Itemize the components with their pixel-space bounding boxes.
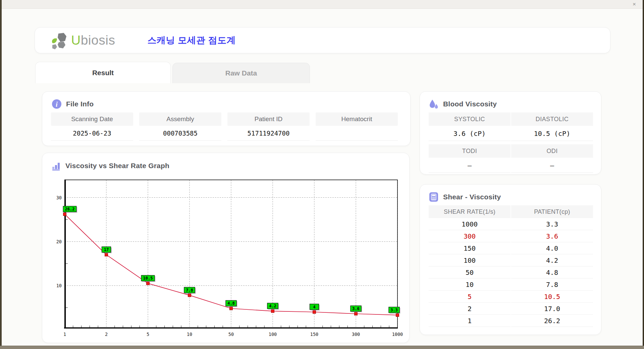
shear-table-header: PATIENT(cp)	[511, 205, 593, 218]
patient-viscosity-cell: 3.3	[511, 218, 593, 230]
file-info-fields: Scanning Date2025-06-23Assembly000703585…	[51, 112, 398, 141]
svg-text:4.2: 4.2	[269, 304, 276, 308]
shear-table-header: SHEAR RATE(1/s)	[429, 205, 511, 218]
blood-viscosity-card: Blood Viscosity SYSTOLICDIASTOLIC3.6 (cP…	[420, 91, 601, 174]
app-logo: Ubiosis	[50, 31, 115, 50]
field-label: Assembly	[139, 112, 221, 126]
file-info-field: Assembly000703585	[139, 112, 221, 141]
field-label: Patient ID	[227, 112, 310, 126]
patient-viscosity-cell: 4.8	[511, 266, 593, 279]
patient-viscosity-cell: 3.6	[511, 230, 593, 242]
blood-header-cell: TODI	[429, 144, 511, 158]
shear-viscosity-table: SHEAR RATE(1/s)PATIENT(cp)10003.33003.61…	[429, 205, 593, 327]
field-value	[316, 126, 398, 141]
calculator-icon	[429, 192, 439, 202]
svg-text:3.3: 3.3	[390, 308, 398, 312]
window-edge-bottom	[0, 346, 644, 349]
patient-viscosity-cell: 4.0	[511, 242, 593, 254]
svg-text:1: 1	[63, 332, 66, 337]
shear-rate-cell: 5	[429, 291, 511, 303]
viscosity-graph-card: Viscosity vs Shear Rate Graph 10203026.2…	[42, 153, 410, 343]
header-card: Ubiosis 스캐닝 모세관 점도계	[35, 27, 610, 53]
file-info-field: Scanning Date2025-06-23	[51, 112, 133, 141]
logo-letter-u: U	[71, 33, 81, 47]
shear-rate-cell: 1000	[429, 218, 511, 230]
file-info-title: File Info	[66, 100, 94, 108]
file-info-field: Patient ID51711924700	[227, 112, 310, 141]
svg-text:50: 50	[228, 332, 234, 337]
svg-text:4: 4	[313, 305, 315, 309]
logo-letters-rest: biosis	[81, 33, 115, 47]
blood-value-cell: –	[429, 158, 511, 173]
svg-text:10.5: 10.5	[143, 276, 153, 281]
svg-text:10: 10	[56, 283, 62, 288]
blood-value-cell: 10.5 (cP)	[511, 127, 593, 141]
patient-viscosity-cell: 4.2	[511, 254, 593, 266]
file-info-card: i File Info Scanning Date2025-06-23Assem…	[42, 91, 411, 146]
field-value: 000703585	[139, 126, 221, 141]
tab-result[interactable]: Result	[35, 62, 171, 83]
shear-rate-cell: 50	[429, 266, 511, 279]
svg-text:26.2: 26.2	[65, 207, 75, 211]
ubiosis-logo-icon	[50, 31, 68, 50]
svg-text:300: 300	[352, 332, 360, 337]
blood-viscosity-title: Blood Viscosity	[443, 100, 497, 108]
tab-raw-data[interactable]: Raw Data	[172, 63, 310, 83]
blood-viscosity-table: SYSTOLICDIASTOLIC3.6 (cP)10.5 (cP)TODIOD…	[429, 112, 593, 173]
patient-viscosity-cell: 17.0	[511, 303, 593, 315]
shear-rate-cell: 300	[429, 230, 511, 242]
svg-text:i: i	[56, 100, 58, 108]
svg-text:7.8: 7.8	[186, 288, 193, 293]
logo-text: Ubiosis	[71, 33, 115, 48]
blood-header-cell: DIASTOLIC	[511, 112, 593, 126]
svg-text:30: 30	[56, 195, 62, 200]
patient-viscosity-cell: 26.2	[511, 315, 593, 327]
field-value: 51711924700	[227, 126, 310, 141]
shear-rate-cell: 10	[429, 279, 511, 291]
shear-viscosity-title: Shear - Viscosity	[443, 193, 501, 201]
field-label: Scanning Date	[51, 112, 133, 126]
window-edge-right	[643, 0, 644, 349]
blood-header-cell: ODI	[511, 144, 593, 158]
window-edge-left	[0, 0, 2, 349]
shear-viscosity-card: Shear - Viscosity SHEAR RATE(1/s)PATIENT…	[420, 184, 601, 335]
svg-text:20: 20	[56, 239, 62, 244]
svg-text:1000: 1000	[392, 332, 403, 337]
svg-text:2: 2	[105, 332, 108, 337]
shear-rate-cell: 1	[429, 315, 511, 327]
close-icon[interactable]: ×	[631, 0, 637, 9]
blood-value-cell: –	[511, 158, 593, 173]
viscosity-shear-rate-chart: 10203026.21710.57.84.84.243.63.312510501…	[42, 153, 410, 343]
page-title: 스캐닝 모세관 점도계	[147, 34, 236, 46]
shear-rate-cell: 100	[429, 254, 511, 266]
file-info-field: Hematocrit	[316, 112, 398, 141]
info-icon: i	[52, 99, 62, 109]
patient-viscosity-cell: 10.5	[511, 291, 593, 303]
patient-viscosity-cell: 7.8	[511, 279, 593, 291]
shear-rate-cell: 150	[429, 242, 511, 254]
field-label: Hematocrit	[316, 112, 398, 126]
svg-text:4.8: 4.8	[227, 301, 235, 306]
svg-text:100: 100	[269, 332, 277, 337]
blood-drops-icon	[429, 99, 439, 109]
svg-text:17: 17	[104, 247, 109, 252]
svg-text:5: 5	[147, 332, 149, 337]
svg-text:150: 150	[310, 332, 318, 337]
window-titlebar: ×	[2, 0, 643, 9]
blood-value-cell: 3.6 (cP)	[429, 127, 511, 141]
svg-text:10: 10	[187, 332, 192, 337]
blood-header-cell: SYSTOLIC	[429, 112, 511, 126]
shear-rate-cell: 2	[429, 303, 511, 315]
svg-text:3.6: 3.6	[352, 306, 360, 311]
field-value: 2025-06-23	[51, 126, 133, 141]
divider	[429, 142, 593, 144]
